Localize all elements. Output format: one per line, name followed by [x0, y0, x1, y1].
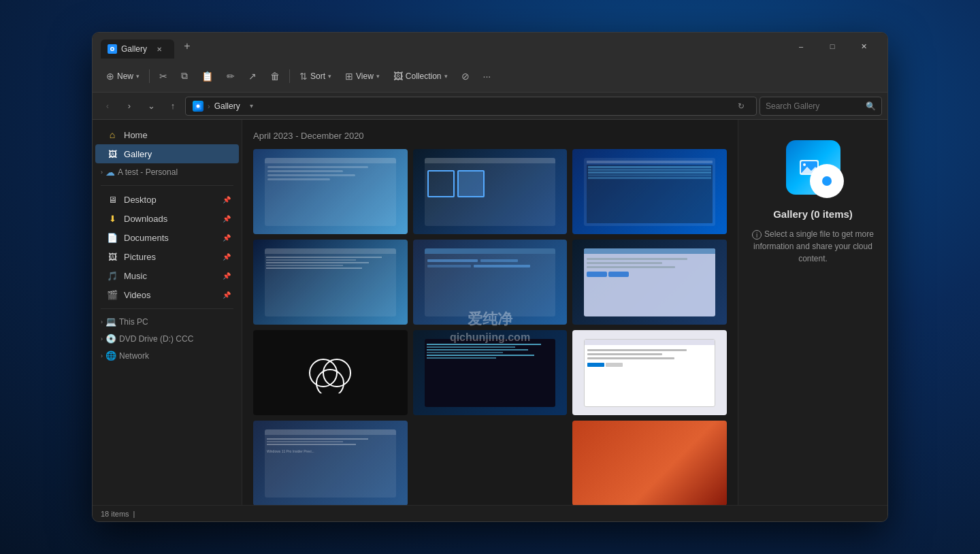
gallery-item-11[interactable] [572, 421, 727, 505]
cloud-icon [105, 167, 115, 178]
home-icon [106, 129, 118, 141]
videos-icon [106, 289, 118, 301]
view-button[interactable]: ⊞ View ▾ [340, 67, 385, 85]
sidebar-label-home: Home [124, 130, 148, 140]
rename-button[interactable]: ✏ [221, 67, 240, 85]
gallery-item-8[interactable] [413, 330, 568, 415]
status-bar: 18 items | [93, 505, 887, 521]
search-box[interactable]: Search Gallery 🔍 [760, 97, 882, 116]
new-icon: ⊕ [106, 71, 114, 82]
sidebar-label-pictures: Pictures [124, 252, 156, 262]
minimize-button[interactable]: – [785, 35, 817, 57]
file-panel: April 2023 - December 2020 爱纯净 qichunjin… [242, 120, 738, 505]
gallery-item-9[interactable] [572, 330, 727, 415]
new-button[interactable]: ⊕ New ▾ [101, 67, 145, 85]
status-separator: | [133, 510, 135, 518]
sort-button[interactable]: ⇅ Sort ▾ [294, 67, 337, 85]
search-icon: 🔍 [866, 101, 876, 111]
pin-icon-pictures: 📌 [223, 253, 231, 261]
gallery-item-3[interactable] [572, 149, 727, 234]
sidebar-label-network: Network [119, 351, 149, 361]
gallery-item-4[interactable] [253, 240, 408, 325]
gallery-icon [106, 148, 118, 160]
tab-title: Gallery [121, 44, 147, 54]
gallery-item-6[interactable] [572, 240, 727, 325]
pin-icon-music: 📌 [223, 272, 231, 280]
copy-button[interactable]: ⧉ [176, 67, 193, 85]
tab-close-button[interactable]: ✕ [154, 44, 165, 54]
chevron-right-thispc [101, 319, 103, 325]
sidebar-item-music[interactable]: Music 📌 [95, 266, 239, 285]
address-bar: ‹ › ⌄ ↑ › Gallery ▾ ↻ Search Gallery 🔍 [93, 93, 887, 120]
gallery-app-icon [786, 140, 840, 195]
favorites-icon: ⊘ [461, 71, 470, 82]
sidebar-item-videos[interactable]: Videos 📌 [95, 285, 239, 304]
gallery-info-title: Gallery (0 items) [773, 208, 853, 220]
desktop-icon [106, 193, 118, 206]
delete-button[interactable]: 🗑 [265, 67, 285, 85]
sidebar-item-home[interactable]: Home [95, 125, 239, 144]
toolbar-separator-2 [289, 69, 290, 83]
active-tab[interactable]: Gallery ✕ [101, 39, 174, 59]
chevron-right-network [101, 353, 103, 359]
sidebar-item-pictures[interactable]: Pictures 📌 [95, 247, 239, 266]
music-icon [106, 270, 118, 282]
paste-button[interactable]: 📋 [196, 67, 218, 85]
cut-icon: ✂ [159, 71, 167, 82]
cut-button[interactable]: ✂ [154, 67, 173, 85]
sidebar-item-atest[interactable]: A test - Personal [95, 163, 239, 181]
sidebar-item-thispc[interactable]: This PC [95, 313, 239, 330]
toolbar-separator-1 [149, 69, 150, 83]
favorites-button[interactable]: ⊘ [456, 67, 475, 85]
close-button[interactable]: ✕ [848, 35, 879, 57]
gallery-item-1[interactable] [253, 149, 408, 234]
copy-icon: ⧉ [181, 70, 188, 82]
svg-point-2 [112, 48, 114, 50]
pc-icon [105, 316, 116, 327]
gallery-grid: 爱纯净 qichunjing.com [253, 149, 727, 505]
forward-button[interactable]: › [120, 97, 139, 116]
sidebar-label-desktop: Desktop [124, 195, 157, 205]
pictures-icon [106, 250, 118, 263]
sidebar-divider-1 [101, 185, 233, 186]
sidebar-item-desktop[interactable]: Desktop 📌 [95, 190, 239, 209]
recent-button[interactable]: ⌄ [142, 97, 161, 116]
item-count: 18 items [101, 510, 129, 518]
sidebar-item-network[interactable]: Network [95, 347, 239, 364]
gallery-item-10[interactable]: Windows 11 Pro Insider Previ... [253, 421, 408, 505]
svg-point-7 [316, 370, 344, 393]
address-dropdown[interactable]: ▾ [244, 99, 259, 114]
refresh-button[interactable]: ↻ [733, 98, 749, 114]
search-placeholder: Search Gallery [766, 101, 819, 111]
date-range-label: April 2023 - December 2020 [253, 131, 727, 141]
up-button[interactable]: ↑ [163, 97, 182, 116]
gallery-item-7[interactable] [253, 330, 408, 415]
sidebar-item-gallery[interactable]: Gallery [95, 144, 239, 163]
sidebar-label-dvd: DVD Drive (D:) CCC [119, 334, 193, 344]
address-input[interactable]: › Gallery ▾ ↻ [185, 97, 757, 116]
new-tab-button[interactable]: + [178, 37, 196, 55]
more-button[interactable]: ··· [478, 67, 497, 85]
rename-icon: ✏ [227, 71, 235, 82]
chevron-right-dvd [101, 336, 103, 342]
collection-button[interactable]: 🖼 Collection ▾ [388, 67, 453, 85]
address-path-icon [193, 101, 203, 112]
network-icon [105, 351, 116, 361]
main-content: Home Gallery A test - Personal Desktop 📌… [93, 120, 887, 505]
sidebar-item-documents[interactable]: Documents 📌 [95, 228, 239, 247]
gallery-item-5[interactable] [413, 240, 568, 325]
sidebar-label-documents: Documents [124, 233, 169, 243]
sidebar-item-downloads[interactable]: Downloads 📌 [95, 209, 239, 228]
sidebar-item-dvd[interactable]: DVD Drive (D:) CCC [95, 330, 239, 347]
maximize-button[interactable]: □ [817, 35, 848, 57]
file-explorer-window: Gallery ✕ + – □ ✕ ⊕ New ▾ ✂ ⧉ 📋 ✏ ↗ [92, 32, 888, 522]
gallery-item-2[interactable] [413, 149, 568, 234]
new-dropdown-icon: ▾ [136, 73, 140, 80]
sort-dropdown-icon: ▾ [328, 73, 331, 80]
more-icon: ··· [483, 71, 491, 82]
window-controls: – □ ✕ [785, 35, 879, 57]
sidebar-label-videos: Videos [124, 290, 151, 300]
share-button[interactable]: ↗ [243, 67, 262, 85]
sort-icon: ⇅ [299, 71, 308, 82]
view-dropdown-icon: ▾ [376, 73, 380, 80]
